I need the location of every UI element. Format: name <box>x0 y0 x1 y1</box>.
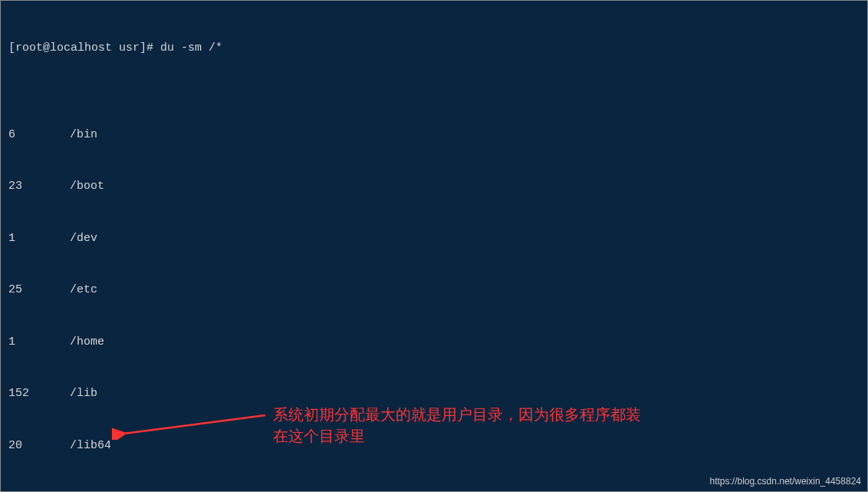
path-value: /boot <box>70 178 104 196</box>
terminal-output[interactable]: [root@localhost usr]# du -sm /* 6/bin 23… <box>1 1 867 492</box>
output-row: 1/home <box>8 334 860 352</box>
prompt-line-1: [root@localhost usr]# du -sm /* <box>8 40 860 58</box>
path-value: /lib64 <box>70 438 111 455</box>
size-value: 1 <box>8 334 70 352</box>
output-row: 20/lib64 <box>8 438 860 455</box>
command-text: du -sm /* <box>160 40 222 58</box>
path-value: /lost+found <box>70 489 146 492</box>
size-value: 23 <box>8 178 70 196</box>
path-value: /lib <box>70 385 97 403</box>
size-value: 6 <box>8 127 70 144</box>
watermark-text: https://blog.csdn.net/weixin_4458824 <box>710 476 861 487</box>
output-row: 23/boot <box>8 178 860 196</box>
size-value: 152 <box>8 385 70 403</box>
size-value: 1 <box>8 489 70 492</box>
size-value: 25 <box>8 282 70 299</box>
prompt-prefix: [root@localhost usr]# <box>8 40 160 58</box>
path-value: /bin <box>70 127 97 144</box>
output-row: 1/lost+found <box>8 489 860 492</box>
path-value: /dev <box>70 230 97 248</box>
output-row: 25/etc <box>8 282 860 299</box>
output-row: 1/dev <box>8 230 860 248</box>
path-value: /home <box>70 334 104 352</box>
size-value: 1 <box>8 230 70 248</box>
output-block-1: 6/bin 23/boot 1/dev 25/etc 1/home 152/li… <box>8 92 860 493</box>
path-value: /etc <box>70 282 97 299</box>
output-row: 152/lib <box>8 385 860 403</box>
size-value: 20 <box>8 438 70 455</box>
output-row: 6/bin <box>8 127 860 144</box>
